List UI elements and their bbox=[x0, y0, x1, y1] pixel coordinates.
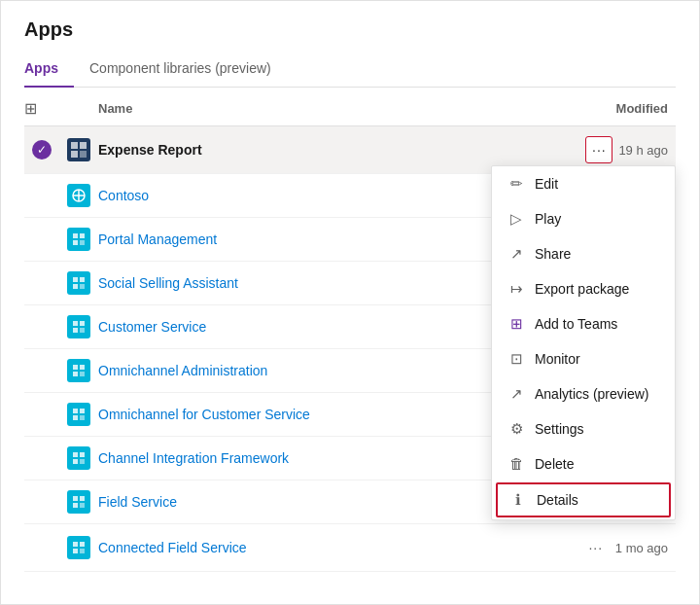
menu-label-add-teams: Add to Teams bbox=[535, 316, 617, 332]
svg-rect-27 bbox=[73, 452, 78, 457]
menu-label-play: Play bbox=[535, 211, 561, 227]
svg-rect-37 bbox=[73, 549, 78, 553]
app-name-6[interactable]: Omnichannel Administration bbox=[98, 363, 267, 378]
menu-item-settings[interactable]: ⚙ Settings bbox=[492, 411, 675, 446]
grid-icon: ⊞ bbox=[24, 100, 37, 117]
settings-icon: ⚙ bbox=[508, 420, 525, 438]
menu-item-monitor[interactable]: ⊡ Monitor bbox=[492, 341, 675, 376]
menu-label-analytics: Analytics (preview) bbox=[535, 386, 648, 402]
svg-rect-18 bbox=[80, 328, 85, 333]
app-icon-3 bbox=[67, 228, 90, 251]
context-menu: ✏ Edit ▷ Play ↗ Share ↦ Export package ⊞ bbox=[491, 165, 676, 520]
svg-rect-11 bbox=[73, 277, 78, 282]
check-circle: ✓ bbox=[32, 140, 52, 160]
menu-item-add-teams[interactable]: ⊞ Add to Teams bbox=[492, 306, 675, 341]
app-icon-8 bbox=[67, 446, 90, 470]
app-name-8[interactable]: Channel Integration Framework bbox=[98, 450, 289, 466]
app-icon-cell-3 bbox=[59, 228, 98, 251]
table-header: ⊞ Name Modified bbox=[24, 88, 676, 126]
app-name-cell-9: Field Service bbox=[98, 494, 559, 510]
menu-label-delete: Delete bbox=[535, 456, 574, 472]
svg-rect-28 bbox=[80, 452, 85, 457]
app-name-9[interactable]: Field Service bbox=[98, 494, 177, 510]
row-check-1[interactable]: ✓ bbox=[24, 140, 59, 160]
svg-rect-12 bbox=[80, 277, 85, 282]
col-name-header: Name bbox=[98, 101, 559, 116]
menu-item-details[interactable]: ℹ Details bbox=[496, 482, 671, 517]
svg-rect-10 bbox=[80, 240, 85, 245]
svg-rect-1 bbox=[80, 142, 87, 149]
menu-item-export[interactable]: ↦ Export package bbox=[492, 271, 675, 306]
app-icon-cell-7 bbox=[59, 403, 98, 426]
app-name-cell-8: Channel Integration Framework bbox=[98, 450, 559, 466]
menu-label-edit: Edit bbox=[535, 176, 558, 192]
app-icon-cell-2 bbox=[59, 184, 98, 207]
svg-rect-2 bbox=[71, 151, 78, 158]
menu-label-export: Export package bbox=[535, 281, 629, 297]
svg-rect-16 bbox=[80, 321, 85, 326]
app-icon-cell-10 bbox=[59, 536, 98, 559]
modified-cell-10: ··· 1 mo ago bbox=[559, 534, 676, 561]
details-icon: ℹ bbox=[509, 491, 527, 509]
app-name-cell-1: Expense Report bbox=[98, 142, 559, 158]
modified-text-10: 1 mo ago bbox=[615, 541, 668, 555]
app-name-cell-3: Portal Management bbox=[98, 231, 559, 247]
menu-label-details: Details bbox=[537, 492, 578, 508]
app-name-5[interactable]: Customer Service bbox=[98, 319, 206, 335]
page-title: Apps bbox=[24, 18, 676, 41]
menu-item-edit[interactable]: ✏ Edit bbox=[492, 166, 675, 201]
app-icon-cell-6 bbox=[59, 359, 98, 382]
app-name-cell-6: Omnichannel Administration bbox=[98, 363, 559, 378]
app-name-4[interactable]: Social Selling Assistant bbox=[98, 275, 238, 291]
svg-rect-14 bbox=[80, 284, 85, 289]
svg-rect-26 bbox=[80, 415, 85, 420]
svg-rect-19 bbox=[73, 365, 78, 370]
app-icon-5 bbox=[67, 315, 90, 338]
main-content: ⊞ Name Modified ✓ Expense Report ··· 19 … bbox=[1, 88, 699, 604]
header: Apps Apps Component libraries (preview) bbox=[1, 1, 699, 88]
svg-rect-8 bbox=[80, 233, 85, 238]
svg-rect-25 bbox=[73, 415, 78, 420]
monitor-icon: ⊡ bbox=[508, 350, 525, 368]
app-icon-cell-1 bbox=[59, 138, 98, 161]
svg-rect-29 bbox=[73, 459, 78, 464]
svg-rect-38 bbox=[80, 549, 85, 553]
ellipsis-button-10[interactable]: ··· bbox=[582, 534, 610, 561]
app-window: Apps Apps Component libraries (preview) … bbox=[0, 0, 700, 605]
share-icon: ↗ bbox=[508, 245, 525, 263]
app-name-7[interactable]: Omnichannel for Customer Service bbox=[98, 407, 310, 422]
app-icon-cell-5 bbox=[59, 315, 98, 338]
analytics-icon: ↗ bbox=[508, 385, 525, 403]
menu-item-play[interactable]: ▷ Play bbox=[492, 201, 675, 236]
app-icon-10 bbox=[67, 536, 90, 559]
app-icon-4 bbox=[67, 271, 90, 295]
app-icon-7 bbox=[67, 403, 90, 426]
svg-rect-35 bbox=[73, 542, 78, 547]
ellipsis-button-1[interactable]: ··· bbox=[585, 136, 612, 163]
app-icon-cell-9 bbox=[59, 490, 98, 514]
app-name-1[interactable]: Expense Report bbox=[98, 142, 202, 158]
menu-item-share[interactable]: ↗ Share bbox=[492, 236, 675, 271]
app-name-2[interactable]: Contoso bbox=[98, 188, 149, 203]
app-icon-9 bbox=[67, 490, 90, 514]
app-icon-1 bbox=[67, 138, 90, 161]
menu-item-analytics[interactable]: ↗ Analytics (preview) bbox=[492, 376, 675, 411]
menu-item-delete[interactable]: 🗑 Delete bbox=[492, 446, 675, 480]
app-name-cell-2: Contoso bbox=[98, 188, 559, 203]
svg-rect-21 bbox=[73, 372, 78, 376]
table-row: Connected Field Service ··· 1 mo ago bbox=[24, 524, 676, 572]
tab-component-libraries[interactable]: Component libraries (preview) bbox=[74, 53, 287, 88]
svg-rect-0 bbox=[71, 142, 78, 149]
table-row: ✓ Expense Report ··· 19 h ago ✏ Edit bbox=[24, 126, 676, 174]
svg-rect-9 bbox=[73, 240, 78, 245]
app-name-3[interactable]: Portal Management bbox=[98, 231, 217, 247]
app-name-10[interactable]: Connected Field Service bbox=[98, 540, 247, 555]
app-name-cell-4: Social Selling Assistant bbox=[98, 275, 559, 291]
tab-apps[interactable]: Apps bbox=[24, 53, 74, 88]
app-name-cell-10: Connected Field Service bbox=[98, 540, 559, 555]
svg-rect-24 bbox=[80, 409, 85, 413]
svg-rect-30 bbox=[80, 459, 85, 464]
play-icon: ▷ bbox=[508, 210, 525, 228]
svg-rect-22 bbox=[80, 372, 85, 376]
svg-rect-15 bbox=[73, 321, 78, 326]
